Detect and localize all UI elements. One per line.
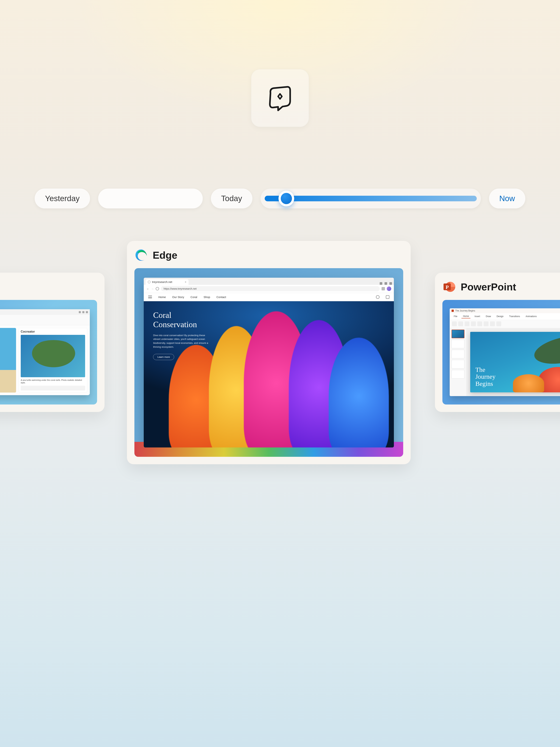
- slider-track: [265, 196, 477, 201]
- snapshot-card-powerpoint[interactable]: P PowerPoint The Journey Begins File Hom…: [435, 273, 560, 412]
- timeline-today-slider[interactable]: [261, 189, 481, 208]
- copilot-icon: [264, 82, 296, 114]
- slide-thumbnail: [452, 350, 464, 358]
- nav-item: Home: [158, 295, 166, 299]
- timeline-yesterday-label[interactable]: Yesterday: [35, 189, 90, 208]
- browser-tab: treyresearch.net ×: [145, 279, 189, 285]
- hero-description: Dive into coral conservation! By protect…: [153, 334, 209, 349]
- card-title: PowerPoint: [461, 281, 516, 293]
- site-hero: Coral Conservation Dive into coral conse…: [144, 301, 394, 447]
- ribbon-tab: Insert: [473, 314, 482, 318]
- back-icon: ←: [146, 287, 149, 290]
- paint-window: Cocreator A sea turtle swimming under th…: [0, 309, 90, 395]
- snapshot-card-edge[interactable]: Edge treyresearch.net × ← → https://ww: [127, 241, 411, 464]
- slide-editor: The Journey Begins: [466, 328, 560, 396]
- url-field: https://www.treyresearch.net: [161, 286, 379, 291]
- nav-item: Coral: [191, 295, 197, 299]
- search-icon: [376, 295, 379, 299]
- card-header: P PowerPoint: [443, 280, 560, 293]
- browser-address-bar: ← → https://www.treyresearch.net: [144, 285, 394, 293]
- slider-thumb[interactable]: [278, 191, 294, 206]
- globe-icon: [148, 281, 151, 283]
- ribbon-tab: Home: [461, 314, 471, 318]
- refresh-icon: [156, 287, 159, 290]
- powerpoint-window: The Journey Begins File Home Insert Draw…: [450, 308, 560, 396]
- learn-more-button: Learn more: [153, 354, 174, 360]
- menu-icon: [148, 295, 152, 298]
- ribbon-tab: Animations: [524, 314, 538, 318]
- snapshot-thumbnail: Cocreator A sea turtle swimming under th…: [0, 300, 97, 405]
- snapshot-thumbnail: treyresearch.net × ← → https://www.treyr…: [134, 268, 403, 457]
- ribbon-tab: Transitions: [508, 314, 522, 318]
- snapshot-card-paint[interactable]: Paint Cocreator: [0, 273, 105, 412]
- timeline-yesterday-track[interactable]: [98, 189, 203, 208]
- snapshot-thumbnail: The Journey Begins File Home Insert Draw…: [443, 300, 560, 405]
- edge-app-icon: [134, 248, 148, 262]
- extensions-icon: [381, 287, 385, 290]
- card-header: Paint: [0, 280, 97, 293]
- slide-thumbnail-panel: [450, 328, 466, 396]
- cocreator-title: Cocreator: [21, 330, 85, 333]
- card-header: Edge: [134, 248, 403, 262]
- timeline-now-button[interactable]: Now: [489, 189, 525, 208]
- slide-thumbnail: [452, 330, 464, 338]
- ppt-toolbar: [450, 320, 560, 328]
- slide-thumbnail: [452, 360, 464, 368]
- nav-item: Shop: [204, 295, 210, 299]
- cocreator-caption: A sea turtle swimming under the coral re…: [21, 379, 85, 384]
- browser-tab-strip: treyresearch.net ×: [144, 278, 394, 285]
- forward-icon: →: [151, 287, 154, 290]
- svg-text:P: P: [446, 284, 449, 290]
- nav-item: Our Story: [172, 295, 184, 299]
- slide-thumbnail: [452, 370, 464, 379]
- cocreator-preview: [21, 335, 85, 377]
- profile-avatar-icon: [387, 286, 391, 291]
- ribbon-tab: Draw: [484, 314, 492, 318]
- tab-title: treyresearch.net: [152, 280, 172, 283]
- paint-canvas: [0, 328, 16, 392]
- ribbon-tab: Design: [495, 314, 505, 318]
- hero-title: Coral Conservation: [153, 311, 209, 329]
- slide-thumbnail: [452, 340, 464, 348]
- recall-timeline: Yesterday Today Now: [0, 189, 560, 208]
- chat-icon: [386, 295, 390, 299]
- cocreator-panel: Cocreator A sea turtle swimming under th…: [19, 328, 87, 392]
- edge-browser-window: treyresearch.net × ← → https://www.treyr…: [144, 278, 394, 447]
- ppt-titlebar: The Journey Begins: [450, 308, 560, 313]
- ribbon-tab: File: [452, 314, 459, 318]
- close-icon: ×: [185, 280, 186, 283]
- nav-item: Contact: [216, 295, 226, 299]
- card-title: Edge: [153, 249, 177, 261]
- ppt-ribbon-tabs: File Home Insert Draw Design Transitions…: [450, 313, 560, 320]
- paint-ribbon: [0, 315, 90, 325]
- slide-title: The Journey Begins: [475, 366, 496, 387]
- copilot-tile[interactable]: [251, 69, 309, 127]
- powerpoint-app-icon: P: [443, 280, 456, 293]
- site-nav: Home Our Story Coral Shop Contact: [144, 293, 394, 301]
- doc-title: The Journey Begins: [455, 309, 475, 312]
- recall-snapshot-row: Paint Cocreator: [0, 241, 560, 484]
- timeline-today-label[interactable]: Today: [211, 189, 252, 208]
